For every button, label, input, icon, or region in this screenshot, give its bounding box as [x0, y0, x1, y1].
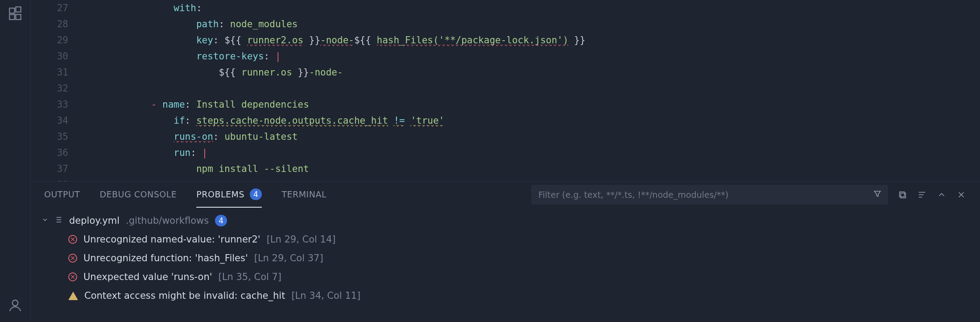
problems-file-name: deploy.yml [69, 211, 120, 230]
problem-message: Unexpected value 'runs-on' [83, 268, 212, 286]
tab-terminal[interactable]: TERMINAL [281, 182, 327, 208]
warning-icon [68, 292, 78, 300]
code-line[interactable]: - name: Install dependencies [83, 96, 699, 113]
bottom-panel: OUTPUT DEBUG CONSOLE PROBLEMS 4 TERMINAL [30, 181, 980, 322]
line-number: 36 [31, 145, 68, 161]
view-as-list-icon[interactable] [917, 189, 927, 200]
code-line[interactable]: ${{ runner.os }}-node- [83, 64, 699, 80]
line-number: 32 [31, 80, 68, 96]
code-line[interactable]: if: steps.cache-node.outputs.cache_hit !… [83, 113, 699, 129]
problems-filter-box[interactable] [531, 185, 888, 205]
problems-filter-input[interactable] [538, 190, 866, 200]
code-line[interactable]: npm install --silent [83, 161, 699, 177]
svg-rect-3 [16, 7, 21, 12]
main-area: 272829303132333435363738 with: path: nod… [30, 0, 980, 322]
svg-rect-6 [901, 193, 906, 198]
file-problem-count-badge: 4 [215, 215, 227, 226]
problem-message: Context access might be invalid: cache_h… [84, 286, 285, 305]
code-editor[interactable]: 272829303132333435363738 with: path: nod… [30, 0, 980, 181]
line-number: 33 [31, 96, 68, 113]
svg-rect-5 [900, 192, 905, 197]
code-line[interactable]: runs-on: ubuntu-latest [83, 129, 699, 145]
tab-problems[interactable]: PROBLEMS 4 [196, 182, 262, 208]
svg-rect-1 [9, 14, 14, 19]
line-number: 38 [31, 177, 68, 181]
line-number-gutter: 272829303132333435363738 [31, 0, 83, 181]
minimap[interactable] [699, 0, 980, 181]
filter-icon[interactable] [873, 189, 882, 200]
tab-debug-console[interactable]: DEBUG CONSOLE [99, 182, 177, 208]
code-line[interactable] [83, 177, 699, 181]
problem-location: [Ln 34, Col 11] [291, 286, 360, 305]
problem-message: Unrecognized function: 'hash_Files' [83, 249, 248, 268]
code-line[interactable]: key: ${{ runner2.os }}-node-${{ hash_Fil… [83, 32, 699, 48]
error-icon: ✕ [68, 272, 77, 281]
activity-bar [0, 0, 30, 322]
code-line[interactable]: with: [83, 0, 699, 16]
error-icon: ✕ [68, 235, 77, 244]
extensions-icon[interactable] [7, 5, 24, 22]
problems-list: deploy.yml .github/workflows 4 ✕Unrecogn… [31, 208, 980, 305]
panel-chevron-up-icon[interactable] [936, 189, 947, 200]
problem-item[interactable]: ✕Unrecognized named-value: 'runner2'[Ln … [41, 230, 980, 249]
line-number: 28 [31, 16, 68, 32]
line-number: 27 [31, 0, 68, 16]
code-line[interactable]: restore-keys: | [83, 48, 699, 64]
svg-rect-0 [9, 8, 14, 13]
code-line[interactable] [83, 80, 699, 96]
code-content[interactable]: with: path: node_modules key: ${{ runner… [83, 0, 699, 181]
line-number: 30 [31, 48, 68, 64]
problem-location: [Ln 29, Col 37] [254, 249, 323, 268]
code-line[interactable]: path: node_modules [83, 16, 699, 32]
problems-file-row[interactable]: deploy.yml .github/workflows 4 [41, 211, 980, 230]
svg-rect-2 [16, 14, 21, 19]
problem-location: [Ln 29, Col 14] [267, 230, 336, 249]
line-number: 35 [31, 129, 68, 145]
accounts-icon[interactable] [7, 297, 24, 314]
problem-message: Unrecognized named-value: 'runner2' [83, 230, 261, 249]
problems-count-badge: 4 [250, 188, 262, 200]
problem-item[interactable]: ✕Unexpected value 'runs-on'[Ln 35, Col 7… [41, 268, 980, 286]
problem-item[interactable]: ✕Unrecognized function: 'hash_Files'[Ln … [41, 249, 980, 268]
tab-output[interactable]: OUTPUT [44, 182, 80, 208]
svg-point-4 [12, 300, 18, 306]
problems-file-path: .github/workflows [126, 211, 209, 230]
collapse-all-icon[interactable] [897, 189, 908, 200]
panel-close-icon[interactable] [956, 189, 967, 200]
panel-tab-bar: OUTPUT DEBUG CONSOLE PROBLEMS 4 TERMINAL [31, 182, 980, 208]
problem-location: [Ln 35, Col 7] [219, 268, 282, 286]
code-line[interactable]: run: | [83, 145, 699, 161]
error-icon: ✕ [68, 254, 77, 263]
line-number: 34 [31, 113, 68, 129]
line-number: 37 [31, 161, 68, 177]
line-number: 29 [31, 32, 68, 48]
chevron-down-icon[interactable] [41, 211, 49, 230]
problem-item[interactable]: Context access might be invalid: cache_h… [41, 286, 980, 305]
file-list-icon [55, 211, 63, 230]
line-number: 31 [31, 64, 68, 80]
